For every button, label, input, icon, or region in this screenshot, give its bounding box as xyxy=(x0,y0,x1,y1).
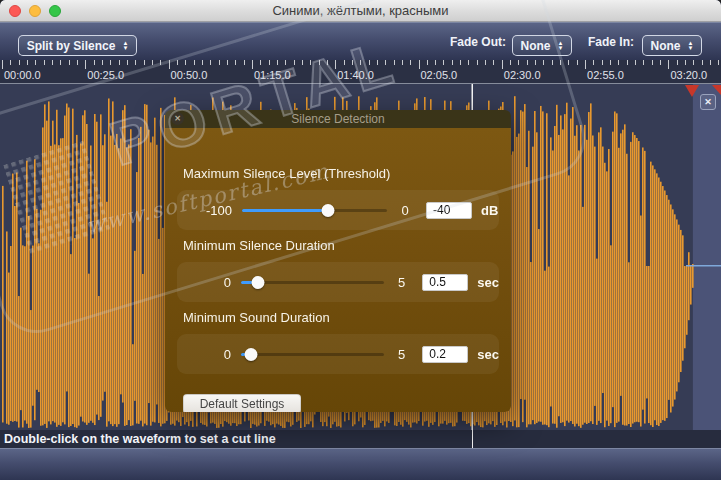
ruler-label: 02:05.0 xyxy=(421,69,458,81)
ruler-tick xyxy=(144,60,145,65)
threshold-group: -100 0 dB xyxy=(177,190,499,230)
ruler-tick xyxy=(427,60,428,65)
min-sound-label: Minimum Sound Duration xyxy=(183,310,330,325)
threshold-label: Maximum Silence Level (Threshold) xyxy=(183,166,390,181)
ruler-tick xyxy=(269,60,270,65)
ruler-tick xyxy=(69,60,70,65)
ruler-tick xyxy=(460,60,461,65)
title-bar: Синими, жёлтыми, красными xyxy=(0,0,721,22)
ruler-tick xyxy=(702,60,703,65)
ruler-tick xyxy=(485,60,486,65)
ruler-tick xyxy=(344,60,345,65)
dialog-close-icon[interactable]: ✕ xyxy=(171,112,184,125)
ruler-tick xyxy=(718,60,719,65)
ruler-tick xyxy=(443,60,444,65)
ruler-tick xyxy=(627,60,628,65)
top-toolbar: Split by Silence ▲▼ Fade Out: None ▲▼ Fa… xyxy=(0,22,721,60)
ruler-tick xyxy=(502,60,503,69)
ruler-tick xyxy=(260,60,261,65)
ruler-tick xyxy=(535,60,536,65)
ruler-tick xyxy=(185,60,186,65)
segment-close-icon[interactable]: ✕ xyxy=(700,94,716,110)
ruler-tick xyxy=(85,60,86,69)
threshold-unit: dB xyxy=(481,203,498,218)
ruler-tick xyxy=(652,60,653,65)
ruler-tick xyxy=(127,60,128,65)
ruler-tick xyxy=(685,60,686,65)
ruler-tick xyxy=(19,60,20,65)
ruler-tick xyxy=(319,60,320,65)
ruler-tick xyxy=(252,60,253,69)
ruler-tick xyxy=(202,60,203,65)
ruler-label: 02:55.0 xyxy=(587,69,624,81)
split-by-silence-label: Split by Silence xyxy=(27,39,116,53)
ruler-tick xyxy=(560,60,561,65)
min-sound-handle[interactable] xyxy=(245,348,258,361)
threshold-input[interactable] xyxy=(426,202,472,219)
fade-in-label: Fade In: xyxy=(588,23,634,61)
ruler-tick xyxy=(10,60,11,65)
min-silence-slider[interactable] xyxy=(241,275,384,289)
window-title: Синими, жёлтыми, красными xyxy=(0,0,721,22)
ruler-label: 01:15.0 xyxy=(254,69,291,81)
ruler-label: 01:40.0 xyxy=(337,69,374,81)
ruler-tick xyxy=(643,60,644,65)
ruler-tick xyxy=(510,60,511,65)
min-sound-min: 0 xyxy=(177,347,231,362)
ruler-tick xyxy=(610,60,611,65)
ruler-tick xyxy=(660,60,661,65)
min-sound-input[interactable] xyxy=(422,346,468,363)
threshold-handle[interactable] xyxy=(321,204,334,217)
stepper-icon: ▲▼ xyxy=(688,41,694,51)
ruler-tick xyxy=(452,60,453,65)
ruler-tick xyxy=(52,60,53,65)
min-silence-input[interactable] xyxy=(422,274,468,291)
ruler-tick xyxy=(493,60,494,65)
min-sound-slider[interactable] xyxy=(241,347,384,361)
ruler-label: 00:25.0 xyxy=(87,69,124,81)
ruler-label: 00:50.0 xyxy=(171,69,208,81)
dialog-body: Maximum Silence Level (Threshold) -100 0… xyxy=(165,128,511,412)
ruler-tick xyxy=(668,60,669,69)
min-sound-track[interactable] xyxy=(241,353,384,356)
dialog-title: Silence Detection xyxy=(291,112,384,126)
ruler-tick xyxy=(60,60,61,65)
ruler-tick xyxy=(335,60,336,69)
ruler-tick xyxy=(527,60,528,65)
ruler-tick xyxy=(94,60,95,65)
threshold-max: 0 xyxy=(393,203,417,218)
ruler-tick xyxy=(110,60,111,65)
ruler-tick xyxy=(518,60,519,65)
ruler-tick xyxy=(352,60,353,65)
fade-in-dropdown[interactable]: None ▲▼ xyxy=(642,35,702,56)
ruler-tick xyxy=(477,60,478,65)
threshold-slider[interactable] xyxy=(242,203,387,217)
ruler-tick xyxy=(119,60,120,65)
ruler-tick xyxy=(277,60,278,65)
min-silence-group: 0 5 sec xyxy=(177,262,499,302)
fade-out-dropdown[interactable]: None ▲▼ xyxy=(512,35,572,56)
ruler-tick xyxy=(169,60,170,69)
ruler-tick xyxy=(360,60,361,65)
ruler-tick xyxy=(618,60,619,65)
timeline-ruler[interactable]: 00:00.000:25.000:50.001:15.001:40.002:05… xyxy=(0,60,721,84)
min-silence-handle[interactable] xyxy=(252,276,265,289)
min-sound-group: 0 5 sec xyxy=(177,334,499,374)
ruler-tick xyxy=(543,60,544,65)
status-bar: Double-click on the waveform to set a cu… xyxy=(0,430,721,448)
default-settings-button[interactable]: Default Settings xyxy=(183,394,301,412)
ruler-tick xyxy=(27,60,28,65)
ruler-tick xyxy=(302,60,303,65)
ruler-tick xyxy=(102,60,103,65)
ruler-tick xyxy=(227,60,228,65)
ruler-tick xyxy=(585,60,586,69)
split-by-silence-dropdown[interactable]: Split by Silence ▲▼ xyxy=(18,35,137,56)
ruler-tick xyxy=(235,60,236,65)
ruler-tick xyxy=(385,60,386,65)
ruler-tick xyxy=(152,60,153,65)
ruler-tick xyxy=(285,60,286,65)
ruler-tick xyxy=(2,60,3,69)
cut-line[interactable] xyxy=(472,430,474,448)
min-sound-max: 5 xyxy=(390,347,414,362)
ruler-label: 02:30.0 xyxy=(504,69,541,81)
